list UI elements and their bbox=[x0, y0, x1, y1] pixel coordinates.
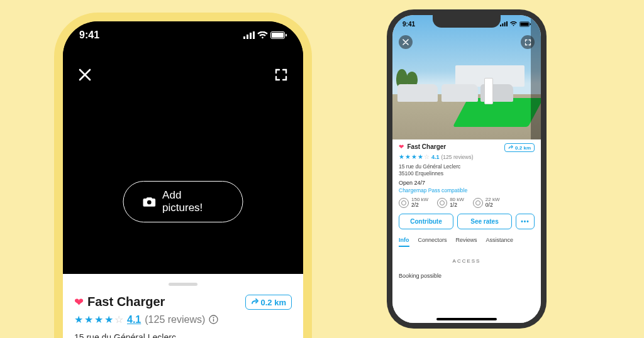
tab-connectors[interactable]: Connectors bbox=[418, 237, 447, 247]
add-pictures-label: Add pictures! bbox=[162, 189, 223, 214]
tab-assistance[interactable]: Assistance bbox=[486, 237, 514, 247]
rating-value[interactable]: 4.1 bbox=[127, 314, 141, 325]
station-card: ❤ Fast Charger 0.2 km ★★★★☆ 4.1 (125 rev… bbox=[63, 274, 303, 338]
connector-icon bbox=[437, 198, 447, 208]
svg-rect-13 bbox=[504, 22, 506, 26]
directions-icon bbox=[251, 298, 258, 306]
status-time: 9:41 bbox=[402, 21, 415, 28]
connector-item: 150 kW 2/2 bbox=[399, 197, 428, 208]
svg-point-7 bbox=[147, 200, 152, 205]
next-photo-peek[interactable] bbox=[531, 15, 541, 139]
star-rating: ★★★★☆ bbox=[399, 153, 430, 160]
svg-rect-5 bbox=[272, 33, 284, 38]
pass-compatible-link[interactable]: Chargemap Pass compatible bbox=[399, 187, 535, 194]
favorite-icon[interactable]: ❤ bbox=[399, 143, 404, 150]
address-line1: 15 rue du Général Leclerc bbox=[74, 332, 292, 338]
notch bbox=[433, 15, 501, 28]
detail-tabs: Info Connectors Reviews Assistance bbox=[399, 237, 535, 247]
svg-rect-2 bbox=[250, 33, 252, 39]
review-count[interactable]: (125 reviews) bbox=[145, 314, 205, 325]
close-button[interactable] bbox=[399, 35, 413, 49]
photo-area-empty: Add pictures! bbox=[63, 21, 303, 274]
see-rates-button[interactable]: See rates bbox=[457, 214, 512, 229]
distance-button[interactable]: 0.2 km bbox=[504, 143, 535, 152]
review-count[interactable]: (125 reviews) bbox=[441, 154, 474, 160]
connector-item: 80 kW 1/2 bbox=[437, 197, 464, 208]
connector-icon bbox=[399, 198, 409, 208]
status-indicators bbox=[243, 31, 287, 39]
distance-label: 0.2 km bbox=[261, 298, 286, 307]
connector-icon bbox=[473, 198, 483, 208]
contribute-button[interactable]: Contribute bbox=[399, 214, 453, 229]
add-pictures-button[interactable]: Add pictures! bbox=[123, 181, 243, 222]
phone-large-mock: 9:41 Add pictures! ❤ Fast Charger bbox=[63, 21, 303, 338]
home-indicator[interactable] bbox=[436, 318, 497, 320]
fullscreen-button[interactable] bbox=[521, 35, 535, 49]
connector-availability: 0/2 bbox=[486, 202, 500, 208]
fullscreen-icon bbox=[274, 68, 288, 82]
drag-handle[interactable] bbox=[169, 283, 197, 286]
section-heading-access: ACCESS bbox=[399, 258, 535, 264]
svg-rect-12 bbox=[502, 23, 503, 26]
rating-value[interactable]: 4.1 bbox=[431, 154, 440, 160]
booking-possible-label: Booking possible bbox=[399, 273, 535, 279]
connector-availability: 1/2 bbox=[450, 202, 464, 208]
address-line1: 15 rue du Général Leclerc bbox=[399, 163, 535, 170]
tab-reviews[interactable]: Reviews bbox=[456, 237, 477, 247]
svg-rect-11 bbox=[500, 25, 501, 26]
svg-rect-10 bbox=[213, 319, 214, 322]
distance-button[interactable]: 0.2 km bbox=[245, 295, 292, 310]
phone-small-mock: 9:41 ❤ Fast Charger 0. bbox=[392, 15, 541, 323]
camera-icon bbox=[143, 196, 157, 207]
svg-rect-6 bbox=[286, 34, 287, 36]
info-icon bbox=[209, 315, 218, 324]
directions-icon bbox=[508, 145, 513, 150]
battery-icon bbox=[519, 21, 531, 27]
favorite-icon[interactable]: ❤ bbox=[74, 295, 84, 309]
svg-rect-16 bbox=[520, 22, 528, 26]
distance-label: 0.2 km bbox=[515, 145, 531, 151]
station-card: ❤ Fast Charger 0.2 km ★★★★☆ 4.1 (125 rev… bbox=[392, 139, 541, 323]
fullscreen-icon bbox=[525, 39, 531, 46]
connector-item: 22 kW 0/2 bbox=[473, 197, 500, 208]
cellular-icon bbox=[500, 21, 508, 26]
station-title: Fast Charger bbox=[87, 295, 165, 309]
svg-rect-17 bbox=[530, 23, 531, 25]
svg-rect-1 bbox=[247, 35, 248, 39]
wifi-icon bbox=[510, 21, 517, 26]
fullscreen-button[interactable] bbox=[274, 68, 288, 82]
svg-rect-0 bbox=[243, 36, 245, 39]
star-rating: ★★★★☆ bbox=[74, 313, 123, 325]
connector-summary: 150 kW 2/2 80 kW 1/2 22 kW 0/2 bbox=[399, 197, 535, 208]
station-photo[interactable] bbox=[392, 15, 541, 139]
svg-rect-14 bbox=[506, 21, 508, 26]
status-indicators bbox=[500, 21, 531, 27]
wifi-icon bbox=[257, 31, 268, 39]
battery-icon bbox=[270, 31, 287, 39]
station-title: Fast Charger bbox=[408, 143, 447, 150]
close-button[interactable] bbox=[78, 68, 92, 82]
more-actions-button[interactable]: ••• bbox=[516, 214, 535, 229]
connector-availability: 2/2 bbox=[411, 202, 428, 208]
notch bbox=[126, 21, 240, 40]
address-line2: 35100 Erquelinnes bbox=[399, 170, 535, 177]
hours-label: Open 24/7 bbox=[399, 180, 535, 186]
info-button[interactable] bbox=[209, 315, 218, 324]
tab-info[interactable]: Info bbox=[399, 237, 409, 247]
close-icon bbox=[402, 39, 409, 45]
close-icon bbox=[78, 68, 92, 82]
svg-point-9 bbox=[213, 317, 214, 319]
cellular-icon bbox=[243, 31, 255, 39]
svg-rect-3 bbox=[253, 31, 255, 39]
status-time: 9:41 bbox=[79, 30, 99, 41]
